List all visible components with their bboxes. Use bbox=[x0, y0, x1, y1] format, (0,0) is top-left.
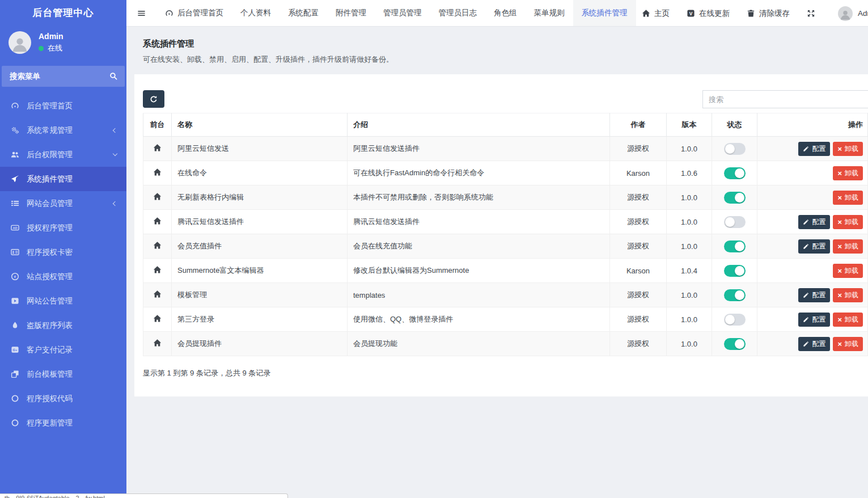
sidebar-item-label: 系统插件管理 bbox=[27, 174, 73, 184]
uninstall-button[interactable]: ×卸载 bbox=[833, 239, 863, 254]
dashboard-icon bbox=[165, 9, 173, 18]
nav-action[interactable] bbox=[798, 0, 824, 27]
nav-tab-label: 附件管理 bbox=[336, 8, 366, 18]
nav-user[interactable]: Admin bbox=[838, 0, 868, 27]
plugin-version: 1.0.6 bbox=[667, 161, 712, 185]
uninstall-button[interactable]: ×卸载 bbox=[833, 142, 863, 156]
config-button[interactable]: 配置 bbox=[798, 142, 830, 156]
nav-action[interactable]: 清除缓存 bbox=[738, 0, 798, 27]
enable-toggle[interactable] bbox=[724, 314, 746, 326]
plugin-intro: 使用微信、QQ、微博登录插件 bbox=[348, 307, 610, 332]
toggle-knob bbox=[725, 217, 735, 227]
toggle-knob bbox=[735, 193, 744, 202]
sidebar-item[interactable]: 网站会员管理 bbox=[0, 191, 126, 216]
sidebar-search-input[interactable] bbox=[2, 66, 125, 87]
home-icon bbox=[153, 241, 162, 250]
plugin-intro: 阿里云短信发送插件 bbox=[348, 137, 610, 161]
config-button[interactable]: 配置 bbox=[798, 215, 830, 229]
nav-action[interactable]: V在线更新 bbox=[678, 0, 738, 27]
nav-action[interactable]: 主页 bbox=[633, 0, 678, 27]
config-button[interactable]: 配置 bbox=[798, 337, 830, 351]
sidebar-item[interactable]: G+客户支付记录 bbox=[0, 337, 126, 362]
sidebar-item-label: 授权程序管理 bbox=[27, 223, 73, 233]
home-icon bbox=[153, 290, 162, 298]
sidebar-item[interactable]: 程序授权卡密 bbox=[0, 240, 126, 264]
avatar[interactable] bbox=[9, 31, 31, 54]
toggle-knob bbox=[735, 290, 744, 300]
uninstall-button[interactable]: ×卸载 bbox=[833, 166, 863, 180]
sidebar-item[interactable]: 后台管理首页 bbox=[0, 94, 126, 118]
nav-action-label: 主页 bbox=[654, 9, 670, 19]
table-toolbar bbox=[143, 90, 868, 108]
state-cell bbox=[712, 283, 757, 307]
refresh-button[interactable] bbox=[143, 90, 164, 108]
sidebar-item[interactable]: 前台模板管理 bbox=[0, 362, 126, 386]
enable-toggle[interactable] bbox=[724, 289, 746, 301]
trash-icon bbox=[747, 9, 755, 18]
actions-cell: ×卸载 bbox=[757, 161, 868, 185]
enable-toggle[interactable] bbox=[724, 143, 746, 155]
enable-toggle[interactable] bbox=[724, 192, 746, 204]
nav-tab[interactable]: 管理员日志 bbox=[430, 0, 486, 26]
state-cell bbox=[712, 137, 757, 161]
sidebar-menu: 后台管理首页系统常规管理后台权限管理系统插件管理网站会员管理AD授权程序管理程序… bbox=[0, 94, 126, 435]
enable-toggle[interactable] bbox=[724, 216, 746, 228]
actions-cell: 配置×卸载 bbox=[757, 283, 868, 307]
enable-toggle[interactable] bbox=[724, 240, 746, 252]
sidebar-item[interactable]: 盗版程序列表 bbox=[0, 313, 126, 337]
pencil-icon bbox=[803, 243, 809, 250]
refresh-icon bbox=[150, 95, 158, 103]
nav-tab[interactable]: 个人资料 bbox=[232, 0, 280, 26]
status-url-text: th…9I9-66iTAydagtable…2…fw.html bbox=[0, 494, 287, 498]
uninstall-button[interactable]: ×卸载 bbox=[833, 337, 863, 351]
enable-toggle[interactable] bbox=[724, 338, 746, 350]
enable-toggle[interactable] bbox=[724, 265, 746, 277]
sidebar-item[interactable]: 系统插件管理 bbox=[0, 167, 126, 191]
nav-tab[interactable]: 管理员管理 bbox=[375, 0, 430, 26]
nav-tab[interactable]: 附件管理 bbox=[327, 0, 375, 26]
home-icon bbox=[153, 217, 162, 225]
sidebar-item-label: 站点授权管理 bbox=[27, 272, 73, 282]
sidebar-item[interactable]: 系统常规管理 bbox=[0, 118, 126, 142]
nav-tab[interactable]: 后台管理首页 bbox=[156, 0, 232, 26]
config-button[interactable]: 配置 bbox=[798, 239, 830, 254]
uninstall-button[interactable]: ×卸载 bbox=[833, 215, 863, 229]
actions-cell: ×卸载 bbox=[757, 185, 868, 210]
uninstall-button[interactable]: ×卸载 bbox=[833, 191, 863, 205]
menu-toggle-button[interactable] bbox=[126, 0, 156, 26]
home-icon bbox=[153, 144, 162, 152]
sidebar-item[interactable]: 程序更新管理 bbox=[0, 411, 126, 435]
x-icon: × bbox=[837, 340, 842, 348]
table-search-input[interactable] bbox=[703, 91, 868, 108]
uninstall-button[interactable]: ×卸载 bbox=[833, 264, 863, 278]
config-button[interactable]: 配置 bbox=[798, 288, 830, 302]
nav-tab[interactable]: 菜单规则 bbox=[526, 0, 573, 26]
nav-tab[interactable]: 角色组 bbox=[485, 0, 526, 26]
nav-tab[interactable]: 系统插件管理 bbox=[573, 0, 636, 26]
nav-tab[interactable]: 系统配置 bbox=[280, 0, 327, 26]
gplus-icon: G+ bbox=[10, 345, 20, 354]
plugin-author: 源授权 bbox=[610, 332, 667, 356]
plugin-name: 第三方登录 bbox=[172, 307, 348, 332]
uninstall-button[interactable]: ×卸载 bbox=[833, 313, 863, 327]
table-row: 模板管理templates源授权1.0.0配置×卸载 bbox=[143, 283, 868, 307]
table-header-row: 前台 名称 介绍 作者 版本 状态 操作 bbox=[143, 113, 868, 137]
actions-cell: 配置×卸载 bbox=[757, 332, 868, 356]
sidebar-item[interactable]: AD授权程序管理 bbox=[0, 216, 126, 240]
uninstall-button[interactable]: ×卸载 bbox=[833, 288, 863, 302]
front-cell bbox=[143, 307, 172, 332]
table-search bbox=[702, 90, 868, 108]
circleo-icon bbox=[10, 419, 20, 427]
sidebar-item[interactable]: 后台权限管理 bbox=[0, 142, 126, 167]
sidebar-item-label: 程序更新管理 bbox=[27, 418, 73, 428]
idcard-icon bbox=[10, 248, 20, 256]
sidebar-item[interactable]: e站点授权管理 bbox=[0, 264, 126, 289]
sidebar-item[interactable]: 程序授权代码 bbox=[0, 386, 126, 411]
browser-status-tooltip: th…9I9-66iTAydagtable…2…fw.html bbox=[0, 493, 288, 498]
sidebar-item-label: 后台权限管理 bbox=[27, 150, 73, 160]
app-title: 后台管理中心 bbox=[0, 0, 126, 26]
state-cell bbox=[712, 185, 757, 210]
enable-toggle[interactable] bbox=[724, 167, 746, 179]
sidebar-item[interactable]: 网站公告管理 bbox=[0, 289, 126, 313]
config-button[interactable]: 配置 bbox=[798, 313, 830, 327]
